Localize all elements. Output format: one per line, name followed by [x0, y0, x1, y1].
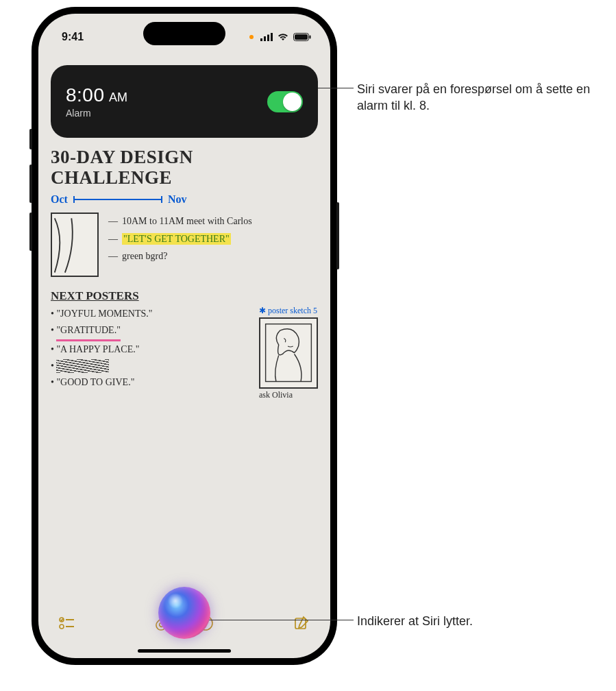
status-time: 9:41: [62, 31, 84, 43]
svg-rect-6: [310, 36, 311, 39]
dynamic-island: [143, 22, 225, 45]
timeline-end: Nov: [168, 193, 187, 206]
svg-rect-2: [267, 35, 269, 42]
bullet-2-highlighted: "LET'S GET TOGETHER": [122, 230, 231, 247]
alarm-label: Alarm: [66, 108, 127, 119]
cellular-signal-icon: [260, 33, 273, 41]
power-button[interactable]: [336, 202, 339, 269]
note-title-line2: CHALLENGE: [51, 167, 172, 188]
callout-siri: Indikerer at Siri lytter.: [357, 613, 604, 629]
note-title: 30-DAY DESIGN CHALLENGE: [51, 147, 318, 188]
siri-orb[interactable]: [158, 587, 210, 639]
svg-rect-7: [266, 324, 312, 382]
next-posters-header: NEXT POSTERS: [51, 289, 318, 303]
volume-up-button[interactable]: [29, 165, 32, 203]
note-title-line1: 30-DAY DESIGN: [51, 147, 193, 167]
poster-list: • "JOYFUL MOMENTS." • "GRATITUDE." • "A …: [51, 306, 245, 390]
alarm-time: 8:00: [66, 84, 105, 106]
timeline-line: [73, 199, 162, 200]
alarm-ampm: AM: [109, 90, 127, 104]
checklist-icon[interactable]: [59, 616, 75, 630]
iphone-frame: 9:41 8:00 AM Alarm: [32, 7, 337, 665]
poster-1: "JOYFUL MOMENTS.": [56, 308, 152, 319]
poster-5: "GOOD TO GIVE.": [56, 377, 134, 387]
poster-sketch-2: [259, 317, 318, 389]
compose-icon[interactable]: [293, 615, 310, 631]
wifi-icon: [277, 33, 289, 41]
poster-4-scratched: [56, 358, 109, 374]
siri-alarm-response-card[interactable]: 8:00 AM Alarm: [51, 65, 318, 138]
ask-olivia-note: ask Olivia: [259, 390, 318, 400]
battery-icon: [293, 33, 311, 41]
home-indicator[interactable]: [138, 649, 231, 653]
notes-content[interactable]: 30-DAY DESIGN CHALLENGE Oct Nov —10AM to…: [51, 147, 318, 603]
bullet-3: green bgrd?: [122, 247, 167, 265]
svg-point-10: [60, 625, 64, 629]
volume-down-button[interactable]: [29, 213, 32, 251]
poster-sketch-1: [51, 213, 99, 277]
mic-indicator-dot: [249, 35, 254, 39]
asterisk-icon: ✱: [259, 306, 266, 316]
svg-rect-0: [260, 38, 262, 41]
screen: 9:41 8:00 AM Alarm: [38, 14, 330, 658]
timeline: Oct Nov: [51, 193, 318, 206]
svg-rect-1: [264, 36, 266, 41]
timeline-start: Oct: [51, 193, 68, 206]
mute-switch[interactable]: [29, 129, 32, 149]
callout-leader-2: [199, 620, 354, 620]
alarm-info: 8:00 AM Alarm: [66, 84, 127, 119]
sketch-2-label: ✱ poster sketch 5: [259, 306, 318, 316]
svg-rect-3: [271, 33, 273, 41]
note-bullets: —10AM to 11AM meet with Carlos —"LET'S G…: [108, 213, 252, 277]
alarm-toggle[interactable]: [267, 91, 303, 112]
svg-rect-5: [295, 34, 308, 40]
poster-2-underlined: "GRATITUDE.": [56, 322, 120, 341]
status-right: [249, 33, 311, 41]
bullet-1: 10AM to 11AM meet with Carlos: [122, 213, 252, 230]
poster-3: "A HAPPY PLACE.": [56, 344, 139, 354]
callout-alarm: Siri svarer på en forespørsel om å sette…: [357, 81, 604, 114]
